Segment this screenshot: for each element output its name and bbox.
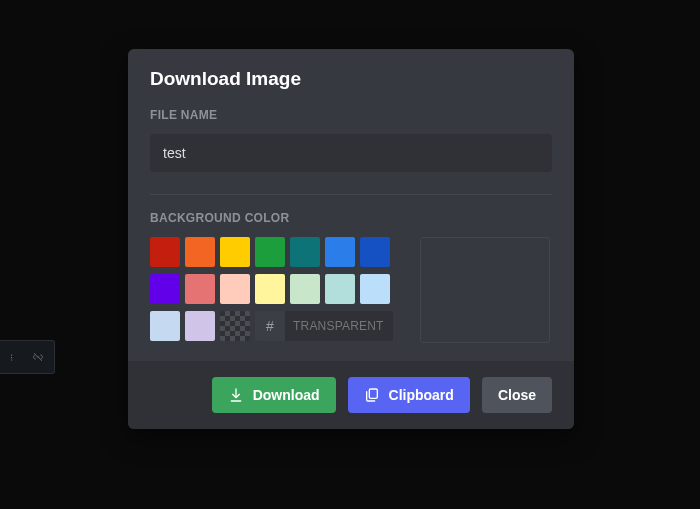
download-button[interactable]: Download [212, 377, 336, 413]
color-swatch[interactable] [360, 274, 390, 304]
color-swatch[interactable] [150, 274, 180, 304]
color-swatch[interactable] [325, 237, 355, 267]
color-swatch[interactable] [360, 237, 390, 267]
modal-footer: Download Clipboard Close [128, 361, 574, 429]
filename-label: FILE NAME [150, 108, 552, 122]
color-swatch[interactable] [220, 237, 250, 267]
bgcolor-label: BACKGROUND COLOR [150, 211, 552, 225]
link-off-icon [32, 351, 44, 363]
color-swatch[interactable] [325, 274, 355, 304]
color-preview [420, 237, 550, 343]
color-swatch[interactable] [290, 274, 320, 304]
divider [150, 194, 552, 195]
transparent-swatch[interactable] [220, 311, 250, 341]
toolbar-glyph: ⁝ [10, 352, 13, 363]
svg-rect-0 [369, 389, 377, 398]
color-swatch[interactable] [220, 274, 250, 304]
color-swatch[interactable] [255, 237, 285, 267]
modal-title: Download Image [128, 49, 574, 94]
clipboard-button-label: Clipboard [389, 387, 454, 403]
modal-body: FILE NAME BACKGROUND COLOR # [128, 94, 574, 361]
download-image-modal: Download Image FILE NAME BACKGROUND COLO… [128, 49, 574, 429]
background-toolbar: ⁝ [0, 340, 55, 374]
close-button[interactable]: Close [482, 377, 552, 413]
color-swatch[interactable] [185, 237, 215, 267]
filename-input[interactable] [150, 134, 552, 172]
color-swatch[interactable] [150, 237, 180, 267]
color-swatch[interactable] [185, 274, 215, 304]
hex-input-group: # [255, 311, 393, 343]
color-swatch[interactable] [185, 311, 215, 341]
close-button-label: Close [498, 387, 536, 403]
clipboard-icon [364, 387, 380, 403]
bgcolor-row: # [150, 237, 552, 343]
color-swatch[interactable] [150, 311, 180, 341]
hex-prefix: # [255, 311, 285, 341]
color-swatch[interactable] [290, 237, 320, 267]
download-button-label: Download [253, 387, 320, 403]
hex-input[interactable] [285, 311, 393, 341]
clipboard-button[interactable]: Clipboard [348, 377, 470, 413]
color-swatch[interactable] [255, 274, 285, 304]
download-icon [228, 387, 244, 403]
swatch-grid: # [150, 237, 398, 343]
